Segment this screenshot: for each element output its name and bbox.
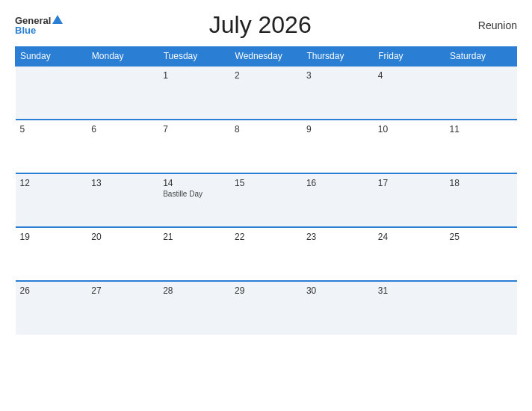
day-number: 6 [91,124,154,135]
day-number: 20 [91,232,154,242]
calendar-cell: 2 [230,66,302,120]
logo-triangle-icon [52,15,63,24]
day-number: 23 [306,232,369,242]
day-number: 4 [378,70,441,81]
calendar-cell: 15 [230,173,302,227]
calendar-cell: 17 [374,173,445,227]
calendar-week-row: 121314Bastille Day15161718 [16,173,517,227]
day-number: 9 [306,124,369,135]
calendar-cell [16,66,87,120]
day-number: 11 [450,124,513,135]
month-title: July 2026 [63,11,457,39]
day-number: 31 [378,285,441,296]
calendar-cell: 9 [302,120,374,173]
day-number: 30 [306,285,369,296]
weekday-monday: Monday [87,47,158,67]
calendar-cell: 5 [16,120,87,173]
day-number: 21 [163,232,226,242]
weekday-sunday: Sunday [16,47,87,67]
day-number: 28 [163,285,226,296]
day-number: 13 [91,178,154,188]
calendar-week-row: 567891011 [16,120,517,173]
calendar-cell: 25 [445,227,517,281]
day-number: 18 [450,178,513,188]
event-label: Bastille Day [163,190,226,198]
calendar-cell: 4 [374,66,445,120]
calendar-page: General Blue July 2026 Reunion Sunday Mo… [0,0,532,411]
calendar-cell [87,66,158,120]
calendar-cell [445,281,517,335]
calendar-cell [445,66,517,120]
calendar-cell: 27 [87,281,158,335]
calendar-cell: 26 [16,281,87,335]
calendar-cell: 18 [445,173,517,227]
calendar-week-row: 19202122232425 [16,227,517,281]
day-number: 5 [20,124,83,135]
calendar-cell: 3 [302,66,374,120]
calendar-cell: 23 [302,227,374,281]
calendar-cell: 30 [302,281,374,335]
day-number: 3 [306,70,369,81]
day-number: 27 [91,285,154,296]
calendar-cell: 31 [374,281,445,335]
day-number: 25 [450,232,513,242]
calendar-cell: 28 [158,281,230,335]
weekday-saturday: Saturday [445,47,517,67]
calendar-cell: 13 [87,173,158,227]
calendar-cell: 20 [87,227,158,281]
weekday-wednesday: Wednesday [230,47,302,67]
logo-blue-text: Blue [15,25,36,35]
calendar-cell: 21 [158,227,230,281]
calendar-week-row: 262728293031 [16,281,517,335]
day-number: 24 [378,232,441,242]
calendar-cell: 10 [374,120,445,173]
day-number: 19 [20,232,83,242]
day-number: 29 [235,285,297,296]
calendar-cell: 12 [16,173,87,227]
calendar-cell: 22 [230,227,302,281]
day-number: 7 [163,124,226,135]
calendar-cell: 7 [158,120,230,173]
calendar-cell: 24 [374,227,445,281]
weekday-friday: Friday [374,47,445,67]
calendar-cell: 29 [230,281,302,335]
calendar-table: Sunday Monday Tuesday Wednesday Thursday… [15,46,517,335]
logo: General Blue [15,15,63,35]
day-number: 17 [378,178,441,188]
day-number: 12 [20,178,83,188]
day-number: 15 [235,178,297,188]
day-number: 16 [306,178,369,188]
calendar-cell: 6 [87,120,158,173]
calendar-cell: 16 [302,173,374,227]
day-number: 14 [163,178,226,188]
logo-general-text: General [15,16,51,25]
day-number: 8 [235,124,297,135]
weekday-header-row: Sunday Monday Tuesday Wednesday Thursday… [16,47,517,67]
day-number: 10 [378,124,441,135]
day-number: 1 [163,70,226,81]
day-number: 26 [20,285,83,296]
day-number: 22 [235,232,297,242]
calendar-cell: 14Bastille Day [158,173,230,227]
region-label: Reunion [457,19,517,31]
calendar-cell: 1 [158,66,230,120]
calendar-cell: 19 [16,227,87,281]
calendar-week-row: 1234 [16,66,517,120]
day-number: 2 [235,70,297,81]
calendar-cell: 11 [445,120,517,173]
weekday-thursday: Thursday [302,47,374,67]
weekday-tuesday: Tuesday [158,47,230,67]
calendar-header: General Blue July 2026 Reunion [15,11,517,39]
calendar-cell: 8 [230,120,302,173]
